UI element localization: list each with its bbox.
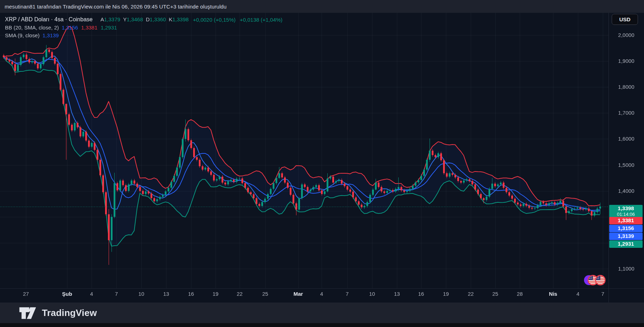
time-tick-label: 19 [443, 291, 449, 297]
indicator-name: SMA (9, close) [5, 32, 40, 38]
ohlc-label: A [100, 16, 104, 22]
indicator-value: 1,3381 [81, 24, 98, 31]
price-tick-label: 1,5000 [608, 162, 644, 168]
time-tick-label: 10 [369, 291, 375, 297]
ohlc-values: A1,3379Y1,3468D1,3360K1,3398 [98, 16, 189, 23]
chart-legend: XRP / ABD Doları · 4sa · Coinbase A1,337… [5, 16, 283, 39]
ohlc-value: 1,3379 [104, 16, 120, 22]
indicator-value: 1,3156 [62, 24, 78, 31]
ohlc-label: Y [123, 16, 127, 22]
price-tick-label: 1,6000 [608, 136, 644, 142]
time-tick-label: 16 [418, 291, 424, 297]
ohlc-value: 1,3468 [127, 16, 143, 22]
time-tick-label: 13 [394, 291, 400, 297]
time-tick-label: Nis [549, 291, 557, 297]
legend-indicator-row[interactable]: SMA (9, close)1,3139 [5, 31, 283, 39]
tradingview-snapshot: mesutinan81 tarafından TradingView.com i… [0, 0, 644, 327]
price-badge: 1,339801:14:06 [609, 205, 643, 218]
legend-symbol-row[interactable]: XRP / ABD Doları · 4sa · Coinbase A1,337… [5, 16, 283, 23]
time-tick-label: 27 [23, 291, 29, 297]
indicator-value: 1,3139 [43, 32, 59, 38]
legend-indicator-row[interactable]: BB (20, SMA, close, 2)1,31561,33811,2931 [5, 23, 283, 31]
time-tick-label: Mar [294, 291, 303, 297]
indicator-rows: BB (20, SMA, close, 2)1,31561,33811,2931… [5, 23, 283, 39]
bottom-strip [0, 323, 644, 327]
footer-bar: TradingView [0, 303, 644, 323]
ohlc-label: K [169, 16, 172, 22]
time-tick-label: 7 [115, 291, 118, 297]
time-tick-label: 22 [468, 291, 474, 297]
price-badge: 1,3381 [609, 217, 643, 224]
price-badge: 1,2931 [609, 240, 643, 248]
time-tick-label: 7 [346, 291, 349, 297]
price-tick-label: 1,9000 [608, 58, 644, 64]
ohlc-value: 1,3398 [172, 16, 189, 22]
ohlc-label: D [146, 16, 150, 22]
time-tick-label: 25 [262, 291, 268, 297]
time-tick-label: Şub [62, 291, 72, 297]
time-tick-label: 4 [320, 291, 323, 297]
time-tick-label: 7 [601, 291, 604, 297]
change-value-2: +0,0138 (+1,04%) [240, 17, 282, 23]
symbol-title: XRP / ABD Doları · 4sa · Coinbase [5, 16, 93, 23]
price-badge: 1,3156 [609, 225, 643, 232]
time-tick-label: 10 [138, 291, 144, 297]
indicator-value: 1,2931 [101, 24, 117, 31]
price-tick-label: 1,8000 [608, 84, 644, 90]
price-tick-label: 1,7000 [608, 110, 644, 116]
tradingview-logo-icon[interactable] [18, 305, 37, 321]
tradingview-brand-text[interactable]: TradingView [42, 307, 97, 318]
time-tick-label: 19 [213, 291, 219, 297]
price-tick-label: 1,1000 [608, 266, 644, 272]
usd-flag-icon-2 [596, 276, 605, 285]
time-tick-label: 13 [163, 291, 169, 297]
ohlc-value: 1,3360 [150, 16, 166, 22]
time-tick-label: 25 [492, 291, 498, 297]
time-tick-label: 4 [90, 291, 93, 297]
time-tick-label: 28 [517, 291, 523, 297]
time-tick-label: 16 [188, 291, 194, 297]
price-tick-label: 1,4000 [608, 188, 644, 194]
price-chart-canvas[interactable] [0, 0, 644, 327]
indicator-name: BB (20, SMA, close, 2) [5, 24, 59, 31]
price-tick-label: 2,0000 [608, 32, 644, 38]
change-value: +0,0020 (+0,15%) [193, 17, 235, 23]
currency-toggle-button[interactable]: USD [612, 14, 638, 25]
time-tick-label: 4 [577, 291, 579, 297]
price-badge: 1,3139 [609, 233, 643, 240]
time-axis[interactable]: 27Şub47101316192225Mar4710131619222528Ni… [0, 288, 608, 303]
pair-logos [584, 273, 606, 289]
price-axis[interactable]: 2,00001,90001,80001,70001,60001,50001,40… [608, 13, 644, 288]
time-tick-label: 22 [237, 291, 243, 297]
